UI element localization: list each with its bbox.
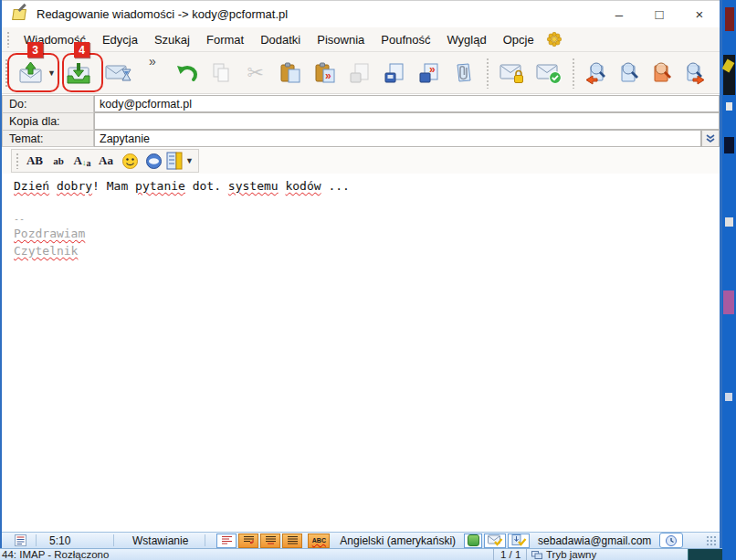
align-left-button[interactable] <box>216 534 237 548</box>
template-button[interactable]: ▼ <box>166 151 194 171</box>
paste-button[interactable] <box>273 55 308 91</box>
message-editor[interactable]: Dzień dobry! Mam pytanie dot. systemu ko… <box>2 174 720 532</box>
find-previous-button[interactable] <box>580 55 613 91</box>
window-title: Redagowanie wiadomości -> kody@pcformat.… <box>37 7 288 21</box>
sign-mail-button[interactable] <box>531 55 567 91</box>
save-as-button[interactable]: » <box>412 55 447 91</box>
encrypt-mail-button[interactable] <box>494 55 531 91</box>
menu-format[interactable]: Format <box>198 30 252 49</box>
send-later-icon <box>104 60 133 86</box>
mail-check-button[interactable] <box>484 534 506 548</box>
doc-lines-icon[interactable] <box>15 534 26 546</box>
format-row: AB ab A↓a Aa <box>2 148 720 174</box>
paste-special-button[interactable]: » <box>308 55 342 91</box>
subject-row: Temat: <box>2 130 720 147</box>
to-input[interactable] <box>94 95 720 112</box>
titlecase-button[interactable]: Aa <box>95 151 117 171</box>
menu-wyglad[interactable]: Wygląd <box>438 30 494 49</box>
desktop-fragment <box>725 217 733 227</box>
find-icon <box>616 60 642 86</box>
smiley-button[interactable] <box>119 151 141 171</box>
cc-input[interactable] <box>94 112 720 130</box>
subject-expand-button[interactable] <box>701 130 720 147</box>
send-later-button[interactable] <box>98 55 140 91</box>
editor-line-1: Dzień dobry! Mam pytanie dot. systemu ko… <box>14 178 720 195</box>
toolbar-overflow-chevron[interactable]: » <box>149 54 156 69</box>
capitalize-button[interactable]: A↓a <box>71 151 93 171</box>
gear-flower-icon[interactable] <box>546 31 563 48</box>
find-previous-icon <box>584 60 609 86</box>
undo-button[interactable] <box>169 55 204 91</box>
maximize-button[interactable]: □ <box>639 1 679 27</box>
save-disabled-icon <box>348 61 372 85</box>
reflow-icon <box>287 535 299 545</box>
wrap-button[interactable] <box>238 534 258 548</box>
menu-edycja[interactable]: Edycja <box>94 30 146 49</box>
desktop-fragment <box>723 291 734 314</box>
capitalize-a: A <box>74 153 82 168</box>
signature-separator: -- <box>14 213 720 227</box>
divider <box>493 549 494 560</box>
connection-status-button[interactable] <box>464 534 482 548</box>
copy-button[interactable] <box>204 55 238 91</box>
save-as-icon: » <box>417 61 441 85</box>
download-check-icon <box>511 534 527 546</box>
insert-mode[interactable]: Wstawianie <box>118 534 201 547</box>
desktop-fragment <box>724 137 734 153</box>
menu-drag-handle[interactable] <box>6 31 10 48</box>
status-separator <box>113 534 114 546</box>
spellcheck-button[interactable]: ABC <box>308 534 330 548</box>
menu-opcje[interactable]: Opcje <box>495 30 542 49</box>
sign-mail-icon <box>535 61 563 85</box>
cc-label: Kopia dla: <box>2 112 94 130</box>
cut-icon: ✂ <box>247 61 264 85</box>
lowercase-button[interactable]: ab <box>47 151 69 171</box>
desktop-background <box>722 0 736 560</box>
save-disabled-button[interactable] <box>342 55 377 91</box>
justify-button[interactable] <box>260 534 280 548</box>
desktop-fragment <box>725 393 732 401</box>
subject-input[interactable] <box>94 130 701 147</box>
wrap-icon <box>243 535 255 545</box>
copy-icon <box>210 62 232 84</box>
annotation-badge-4: 4 <box>74 42 89 58</box>
toolbar-separator <box>572 58 575 89</box>
find-next-button[interactable] <box>678 55 711 91</box>
menu-szukaj[interactable]: Szukaj <box>146 30 198 49</box>
menu-poufnosc[interactable]: Poufność <box>373 30 438 49</box>
attach-button[interactable] <box>447 55 481 91</box>
format-drag-handle[interactable] <box>16 153 19 169</box>
svg-text:»: » <box>429 63 436 76</box>
taskbar-fragment <box>688 549 722 560</box>
find-button[interactable] <box>613 55 646 91</box>
replace-button[interactable] <box>646 55 678 91</box>
menu-pisownia[interactable]: Pisownia <box>309 30 373 49</box>
uppercase-button[interactable]: AB <box>24 151 46 171</box>
svg-text:»: » <box>325 69 331 82</box>
align-left-icon <box>221 535 233 545</box>
account-email[interactable]: sebadawia@gmail.com <box>531 534 658 547</box>
page-indicator: 1 / 1 <box>500 549 520 560</box>
view-mode-text: Tryb jawny <box>546 549 596 560</box>
annotation-box-3 <box>7 53 59 92</box>
to-row: Do: <box>2 95 720 112</box>
spell-language[interactable]: Angielski (amerykański) <box>331 534 463 547</box>
toolbar: ▼ » <box>2 52 720 94</box>
template-dropdown-caret[interactable]: ▼ <box>185 156 194 165</box>
menu-dodatki[interactable]: Dodatki <box>252 30 309 49</box>
save-button[interactable] <box>377 55 412 91</box>
download-check-button[interactable] <box>508 534 530 548</box>
resize-grip[interactable] <box>706 535 717 546</box>
undo-icon <box>174 62 198 84</box>
reflow-button[interactable] <box>282 534 302 548</box>
replace-icon <box>649 60 675 86</box>
minimize-button[interactable]: – <box>599 1 639 27</box>
template-icon <box>166 152 183 170</box>
cut-button[interactable]: ✂ <box>238 55 273 91</box>
close-button[interactable]: × <box>679 1 720 27</box>
screen: 44: IMAP - Rozłączono 1 / 1 Tryb jawny R… <box>0 0 736 560</box>
titlebar[interactable]: Redagowanie wiadomości -> kody@pcformat.… <box>2 0 720 27</box>
blue-face-button[interactable] <box>142 151 164 171</box>
timer-button[interactable] <box>659 533 683 548</box>
spellcheck-icon: ABC <box>312 537 326 544</box>
